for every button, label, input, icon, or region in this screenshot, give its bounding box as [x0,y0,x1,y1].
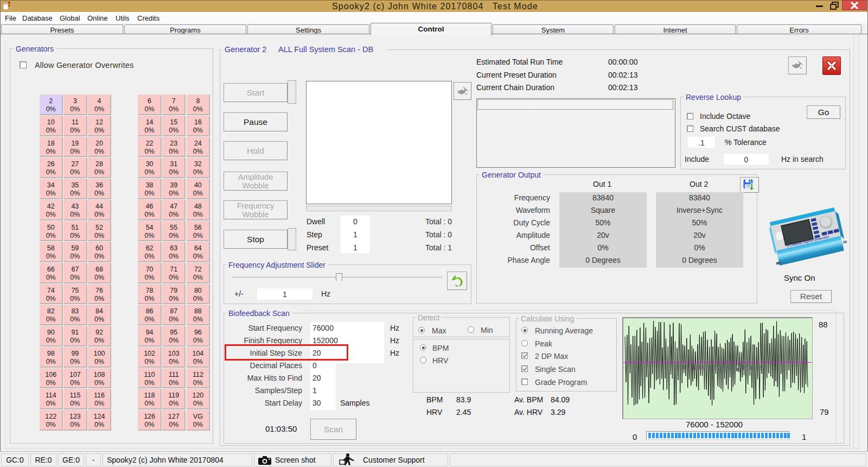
svg-text:Emulating Spooky Pulse: Emulating Spooky Pulse [676,363,762,371]
